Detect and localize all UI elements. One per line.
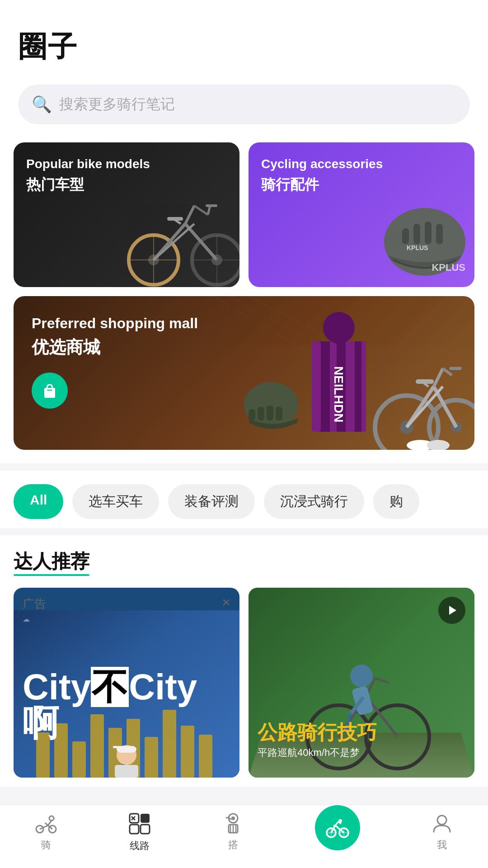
svg-marker-78 [449,606,456,615]
svg-rect-23 [44,388,55,398]
video-title: 公路骑行技巧 [258,722,465,743]
category-tag-1[interactable]: 选车买车 [72,484,159,519]
ad-close-button[interactable]: × [222,594,230,611]
svg-line-46 [434,368,443,387]
routes-icon [128,812,151,835]
svg-point-74 [350,665,373,687]
card-text: Popular bike models 热门车型 [14,142,163,208]
card-title-en: Popular bike models [26,156,150,172]
profile-icon [431,813,453,835]
wide-card-scene: NEILHDN [212,296,474,450]
svg-rect-89 [141,825,150,834]
svg-rect-21 [436,224,443,244]
ride-icon [35,813,57,835]
header: 圈子 [0,0,488,75]
category-tag-all[interactable]: All [14,484,63,519]
search-placeholder: 搜索更多骑行笔记 [59,94,175,114]
search-icon: 🔍 [32,95,52,114]
nav-center-button[interactable] [315,805,360,850]
svg-line-5 [185,224,217,260]
search-bar[interactable]: 🔍 搜索更多骑行笔记 [18,85,470,124]
svg-point-39 [323,312,355,344]
svg-rect-51 [416,379,434,384]
card-title-zh: 热门车型 [26,175,150,195]
rec-section-title: 达人推荐 [14,549,89,574]
top-cards-row: Popular bike models 热门车型 [14,142,474,287]
ad-text-overlay: City不City 啊 [23,669,230,741]
ad-card-container: 广告 × [14,588,239,778]
category-tag-3[interactable]: 沉浸式骑行 [264,484,364,519]
svg-text:NEILHDN: NEILHDN [332,366,346,422]
category-tag-2[interactable]: 装备评测 [168,484,255,519]
cards-section: Popular bike models 热门车型 [0,138,488,463]
svg-line-85 [45,823,48,826]
nav-item-profile[interactable]: 我 [431,813,453,852]
svg-rect-67 [115,765,138,778]
ad-card[interactable]: ☁ City不City 啊 [14,588,239,778]
svg-rect-24 [47,390,52,391]
svg-point-105 [338,819,342,823]
card-title-zh: 骑行配件 [261,175,383,195]
category-tag-4[interactable]: 购 [373,484,419,519]
brand-label: KPLUS [432,262,465,274]
card-title-en: Cycling accessories [261,156,383,172]
svg-line-102 [335,822,338,826]
svg-rect-37 [361,341,366,432]
svg-rect-86 [130,814,139,823]
svg-rect-88 [130,825,139,834]
svg-line-73 [375,678,389,683]
nav-label-match: 搭 [228,838,238,852]
bottom-nav: 骑 线路 搭 [0,805,488,868]
category-section: All 选车买车 装备评测 沉浸式骑行 购 [0,471,488,528]
wide-card-title-en: Preferred shopping mall [32,314,198,333]
svg-text:KPLUS: KPLUS [407,244,428,251]
center-bike-icon [325,816,350,840]
svg-rect-66 [113,746,120,748]
play-button[interactable] [438,597,465,624]
svg-rect-34 [312,341,321,432]
svg-rect-18 [402,228,409,244]
nav-label-ride: 骑 [41,838,51,852]
ad-person [14,741,239,778]
svg-point-110 [437,816,446,825]
svg-rect-36 [346,341,355,432]
svg-line-8 [194,206,208,215]
recommendations-section: 达人推荐 广告 × [0,535,488,787]
match-icon [222,813,244,835]
video-card[interactable]: 公路骑行技巧 平路巡航40km/h不是梦 [249,588,474,778]
card-text: Cycling accessories 骑行配件 [249,142,395,208]
nav-item-ride[interactable]: 骑 [35,813,57,852]
accessories-card[interactable]: Cycling accessories 骑行配件 KPLUS [249,142,474,287]
shopping-icon [32,373,68,409]
svg-rect-10 [167,217,183,221]
svg-rect-19 [413,224,420,244]
svg-line-82 [48,821,52,826]
ad-sky: ☁ [23,615,230,623]
wide-card-title-zh: 优选商城 [32,336,198,359]
svg-rect-87 [141,814,150,823]
svg-rect-31 [267,406,273,420]
page-title: 圈子 [18,27,470,66]
svg-line-7 [154,224,194,260]
ad-big-text: City不City [23,669,230,705]
content-grid: 广告 × [14,588,474,787]
svg-rect-20 [425,222,432,244]
nav-item-match[interactable]: 搭 [222,813,244,852]
svg-point-53 [427,440,450,450]
svg-rect-30 [258,407,264,420]
svg-point-93 [231,816,235,820]
ad-big-text-2: 啊 [23,705,230,741]
svg-line-6 [185,206,194,224]
shopping-card[interactable]: Preferred shopping mall 优选商城 [14,296,474,450]
svg-rect-32 [276,407,282,420]
svg-point-79 [49,816,54,821]
nav-label-routes: 线路 [130,839,150,853]
video-text-overlay: 公路骑行技巧 平路巡航40km/h不是梦 [258,722,465,760]
video-subtitle: 平路巡航40km/h不是梦 [258,746,465,760]
nav-label-profile: 我 [437,838,447,852]
ad-label: 广告 [23,596,46,612]
search-section: 🔍 搜索更多骑行笔记 [0,75,488,138]
wide-card-text: Preferred shopping mall 优选商城 [14,296,216,427]
popular-bikes-card[interactable]: Popular bike models 热门车型 [14,142,239,287]
nav-item-routes[interactable]: 线路 [128,812,151,853]
